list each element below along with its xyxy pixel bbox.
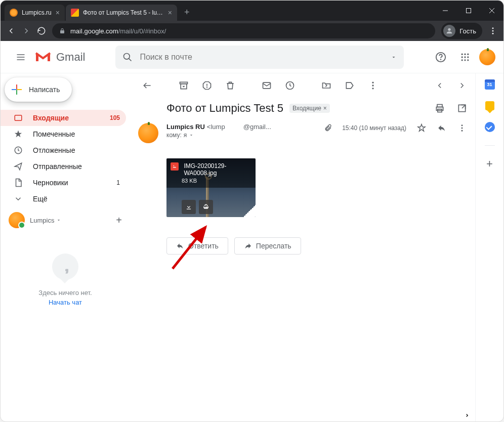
close-icon[interactable]: × [168,9,172,17]
maximize-button[interactable] [457,1,480,21]
toolbar-pagination [435,80,467,91]
save-to-drive-button[interactable] [199,200,213,214]
move-to-button[interactable] [321,80,331,91]
scroll-right-button[interactable] [463,412,471,418]
label-button[interactable] [345,80,355,91]
tasks-addon-button[interactable] [485,122,495,132]
divider [485,145,495,146]
folder-list: Входящие 105 Помеченные Отложенные Отпра… [1,110,130,207]
tab-title: Lumpics.ru [22,9,52,16]
new-chat-button[interactable]: + [116,215,122,226]
sidebar-item-label: Черновики [33,179,68,187]
svg-point-6 [492,30,494,32]
minimize-button[interactable] [434,1,457,21]
remove-label-icon[interactable]: × [323,105,327,112]
subject-row: Фото от Lumpics Test 5 Входящие × [138,98,475,123]
subject-actions [435,103,467,113]
back-to-inbox-button[interactable] [142,80,152,91]
svg-point-19 [464,56,466,58]
search-options-button[interactable] [391,54,397,60]
send-icon [14,162,24,171]
svg-point-4 [448,28,451,31]
browser-tab[interactable]: Фото от Lumpics Test 5 - lumpfi × [66,5,177,21]
sidebar-item-inbox[interactable]: Входящие 105 [1,110,126,126]
forward-button[interactable] [22,26,31,35]
url-bar[interactable]: mail.google.com/mail/u/0/#inbox/ [52,23,435,38]
reply-icon-button[interactable] [437,123,447,133]
main-menu-button[interactable] [9,45,33,69]
sidebar-item-sent[interactable]: Отправленные [1,158,126,175]
account-avatar[interactable] [479,49,495,65]
print-button[interactable] [435,103,445,113]
unread-button[interactable] [262,80,272,91]
hangouts-empty-state: ,, Здесь ничего нет. Начать чат [1,233,130,306]
download-attachment-button[interactable] [182,200,196,214]
close-icon[interactable]: × [56,9,60,17]
svg-point-11 [124,53,130,59]
browser-menu-button[interactable] [488,26,497,35]
inbox-icon [14,113,24,122]
message-more-button[interactable] [457,123,467,133]
chat-bubble-icon: ,, [52,254,78,280]
browser-window: Lumpics.ru × Фото от Lumpics Test 5 - lu… [0,0,504,422]
svg-point-35 [372,85,373,86]
add-addon-button[interactable]: + [485,159,495,169]
reload-button[interactable] [37,26,46,35]
support-button[interactable] [431,47,451,67]
star-button[interactable] [416,123,427,133]
compose-button[interactable]: Написать [5,77,72,102]
svg-point-42 [461,124,463,126]
svg-rect-24 [15,115,22,121]
sidebar-item-drafts[interactable]: Черновики 1 [1,175,126,191]
label-chip[interactable]: Входящие × [289,104,330,113]
calendar-addon-button[interactable]: 31 [485,79,495,90]
sidebar-item-snoozed[interactable]: Отложенные [1,142,126,158]
message-toolbar [138,73,475,98]
gmail-logo[interactable]: Gmail [35,51,85,64]
sidebar-item-more[interactable]: Ещё [1,191,126,207]
hangouts-empty-text: Здесь ничего нет. [11,289,120,297]
keep-addon-button[interactable] [485,101,495,111]
browser-tab[interactable]: Lumpics.ru × [5,5,65,21]
sender-email: <lump @gmail... [207,123,271,131]
attachment-name: IMG-20200129-WA0008.jpg [184,162,249,177]
close-window-button[interactable] [480,1,503,21]
search-input[interactable] [140,53,391,62]
start-chat-link[interactable]: Начать чат [11,299,120,306]
back-button[interactable] [7,26,16,35]
profile-chip[interactable]: Гость [441,23,482,39]
message-right-actions: 15:40 (10 минут назад) [324,123,467,133]
archive-button[interactable] [179,80,189,91]
reply-button[interactable]: Ответить [166,237,228,255]
delete-button[interactable] [225,80,235,91]
apps-button[interactable] [455,47,475,67]
svg-point-18 [461,56,463,58]
snooze-button[interactable] [285,80,295,91]
horizontal-scrollbar[interactable] [142,412,471,419]
forward-button[interactable]: Переслать [234,237,301,255]
sidebar-item-label: Помеченные [33,130,75,138]
recipient-line[interactable]: кому: я [166,132,271,139]
svg-point-15 [461,53,463,55]
new-window-button[interactable] [457,103,467,113]
new-tab-button[interactable]: + [184,7,190,18]
svg-point-45 [174,165,175,166]
guest-label: Гость [459,27,476,35]
message-meta: Lumpics RU <lump @gmail... кому: я 15:40… [166,123,467,143]
prev-button[interactable] [435,80,445,91]
sender-avatar[interactable] [138,123,158,143]
attachment-thumbnail[interactable]: IMG-20200129-WA0008.jpg 83 KB [166,158,256,217]
attachment-icon [324,124,332,132]
next-button[interactable] [457,80,467,91]
search-box[interactable] [115,46,404,69]
hangouts-name: Lumpics [30,217,54,224]
spam-button[interactable] [202,80,212,91]
sidebar-item-label: Входящие [33,114,69,122]
sidebar-item-starred[interactable]: Помеченные [1,126,126,142]
hangouts-avatar[interactable] [9,212,25,228]
image-type-icon [171,162,179,171]
chevron-down-icon [189,133,194,138]
reply-row: Ответить Переслать [138,237,475,255]
more-button[interactable] [368,80,378,91]
right-sidepanel: 31 + [475,73,503,421]
